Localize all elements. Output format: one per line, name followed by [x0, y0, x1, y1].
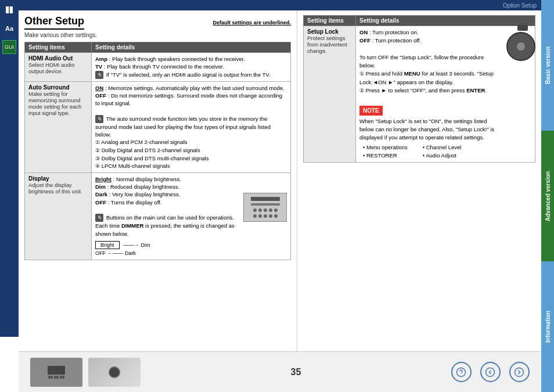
subtitle: Make various other settings. — [24, 32, 291, 38]
tab-advanced-label: Advanced version — [545, 171, 551, 221]
forward-button[interactable] — [509, 362, 530, 382]
note-icon: ✎ — [95, 71, 103, 79]
tab-basic-label: Basic version — [545, 46, 551, 84]
note-icon2: ✎ — [95, 115, 103, 123]
auto-surround-detail: ON : Memorize settings. Automatically pl… — [95, 84, 287, 170]
table-row: Display Adjust the display brightness of… — [25, 172, 291, 260]
table-row: HDMI Audio Out Select HDMI audio output … — [25, 53, 291, 82]
device-display — [48, 366, 65, 375]
auto-surround-desc: Make setting for memorizing surround mod… — [28, 91, 81, 116]
display-detail-area: Bright : Normal display brightness. Dim … — [95, 175, 287, 257]
settings-table-right: Setting items Setting details Setup Lock… — [303, 15, 535, 163]
top-bar: Option Setup — [19, 0, 541, 10]
projector-lens — [109, 366, 120, 378]
note-badge: NOTE — [359, 106, 383, 116]
dim-label: Dim — [141, 242, 150, 248]
bottom-left-devices — [30, 358, 141, 387]
left-panel: Other Setup Default settings are underli… — [19, 10, 297, 351]
book-icon[interactable] — [2, 3, 16, 17]
sidebar-right: Basic version Advanced version Informati… — [541, 0, 554, 392]
bullet-col2: • Channel Level • Audio Adjust — [423, 143, 462, 160]
tab-info[interactable]: Information — [541, 261, 554, 392]
col-header-items: Setting items — [25, 42, 92, 53]
default-note: Default settings are underlined. — [213, 20, 291, 26]
tab-basic[interactable]: Basic version — [541, 0, 554, 131]
display-name: Display — [28, 175, 49, 182]
help-button[interactable] — [451, 362, 472, 382]
bottom-bar: 35 — [19, 351, 541, 392]
bright-box: Bright — [95, 241, 120, 249]
font-icon[interactable]: Aa — [2, 21, 16, 35]
off-label: OFF — [95, 250, 106, 256]
col-header-details: Setting details — [92, 42, 291, 53]
display-desc: Adjust the display brightness of this un… — [28, 182, 82, 195]
bullet-col1: • Menu operations • RESTORER — [363, 143, 408, 160]
bullet-columns: • Menu operations • RESTORER • Channel L… — [359, 143, 497, 160]
projector-device[interactable] — [88, 358, 141, 387]
right-panel: Setting items Setting details Setup Lock… — [297, 10, 541, 351]
hdmi-audio-desc: Select HDMI audio output device. — [28, 62, 74, 74]
tab-info-label: Information — [545, 311, 551, 343]
tab-advanced[interactable]: Advanced version — [541, 131, 554, 261]
table-row: Setup Lock Protect settings from inadver… — [304, 26, 535, 163]
right-col-header-items: Setting items — [304, 16, 356, 26]
display-image — [243, 193, 287, 257]
main-content: Other Setup Default settings are underli… — [19, 10, 541, 351]
gui-icon[interactable]: GUI — [2, 40, 16, 54]
setup-lock-desc: Protect settings from inadvertent change… — [307, 35, 347, 54]
setup-lock-name: Setup Lock — [307, 28, 339, 35]
receiver-device[interactable] — [30, 358, 82, 387]
back-button[interactable] — [480, 362, 501, 382]
hdmi-audio-name: HDMI Audio Out — [28, 55, 73, 62]
setup-lock-detail: ON : Turn protection on. OFF : Turn prot… — [359, 28, 531, 160]
note-icon3: ✎ — [95, 214, 103, 222]
dark-label: Dark — [125, 250, 136, 256]
bottom-right-icons — [451, 362, 530, 382]
display-diagram: Bright ——→ Dim OFF ←—— Dark — [95, 241, 240, 256]
top-bar-title: Option Setup — [503, 2, 537, 9]
svg-point-2 — [486, 368, 495, 376]
sidebar-left: Aa GUI — [0, 0, 19, 337]
right-col-header-details: Setting details — [356, 16, 535, 26]
page-title: Other Setup — [24, 15, 84, 30]
settings-table-left: Setting items Setting details HDMI Audio… — [24, 42, 291, 260]
svg-point-3 — [515, 368, 524, 376]
page-number: 35 — [291, 367, 301, 377]
display-text: Bright : Normal display brightness. Dim … — [95, 175, 240, 257]
hdmi-audio-detail: Amp : Play back through speakers connect… — [95, 55, 287, 79]
auto-surround-name: Auto Surround — [28, 84, 70, 91]
nav-remote — [506, 25, 538, 57]
table-row: Auto Surround Make setting for memorizin… — [25, 81, 291, 172]
